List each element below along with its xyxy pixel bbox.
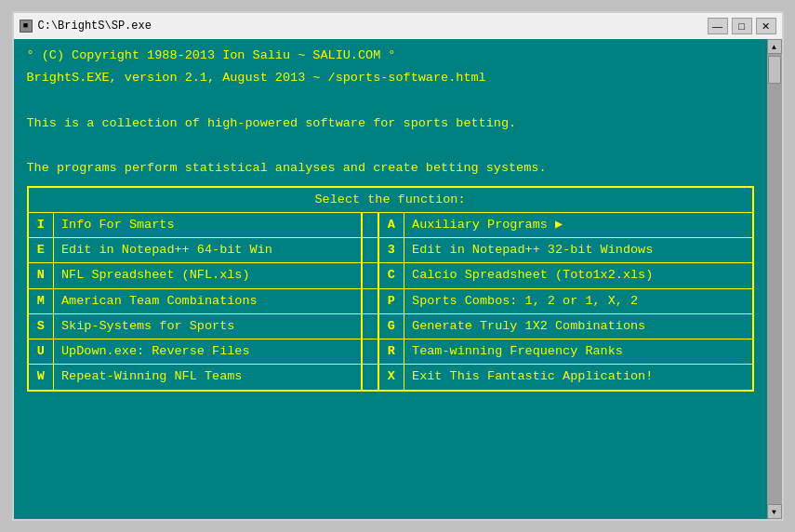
title-bar: ■ C:\BrightS\SP.exe — □ ✕ <box>14 13 782 39</box>
menu-table: Select the function: IInfo For SmartsAAu… <box>27 186 754 392</box>
intro-line4: This is a collection of high-powered sof… <box>27 114 754 133</box>
menu-divider <box>362 339 378 365</box>
menu-header: Select the function: <box>28 187 753 213</box>
menu-key-right[interactable]: X <box>378 365 404 391</box>
menu-row[interactable]: SSkip-Systems for SportsGGenerate Truly … <box>28 313 753 339</box>
menu-row[interactable]: WRepeat-Winning NFL TeamsXExit This Fant… <box>28 365 753 391</box>
menu-key-right[interactable]: P <box>378 288 404 313</box>
menu-divider <box>362 365 378 391</box>
intro-line2: BrightS.EXE, version 2.1, August 2013 ~ … <box>27 69 754 87</box>
title-bar-left: ■ C:\BrightS\SP.exe <box>20 20 152 33</box>
menu-divider <box>362 263 378 288</box>
menu-label-left[interactable]: Repeat-Winning NFL Teams <box>54 365 362 391</box>
menu-key-right[interactable]: A <box>378 212 404 237</box>
menu-key-left[interactable]: W <box>28 365 54 391</box>
menu-label-right[interactable]: Calcio Spreadsheet (Toto1x2.xls) <box>404 263 753 288</box>
minimize-button[interactable]: — <box>708 18 728 34</box>
menu-label-right[interactable]: Team-winning Frequency Ranks <box>404 339 753 365</box>
scrollbar: ▲ ▼ <box>767 39 782 519</box>
menu-label-left[interactable]: Skip-Systems for Sports <box>54 313 362 339</box>
scroll-thumb[interactable] <box>768 56 781 84</box>
scroll-track <box>767 54 782 504</box>
maximize-button[interactable]: □ <box>732 18 752 34</box>
menu-row[interactable]: MAmerican Team CombinationsPSports Combo… <box>28 288 753 313</box>
menu-label-left[interactable]: UpDown.exe: Reverse Files <box>54 339 362 365</box>
menu-key-left[interactable]: U <box>28 339 54 365</box>
menu-label-left[interactable]: Edit in Notepad++ 64-bit Win <box>54 238 362 263</box>
menu-label-right[interactable]: Exit This Fantastic Application! <box>404 365 753 391</box>
menu-key-left[interactable]: E <box>28 238 54 263</box>
menu-label-right[interactable]: Sports Combos: 1, 2 or 1, X, 2 <box>404 288 753 313</box>
menu-divider <box>362 212 378 237</box>
title-bar-buttons: — □ ✕ <box>708 18 776 34</box>
scroll-up-button[interactable]: ▲ <box>767 39 782 54</box>
intro-line6: The programs perform statistical analyse… <box>27 159 754 178</box>
menu-label-right[interactable]: Auxiliary Programs ▶ <box>404 212 753 237</box>
menu-key-right[interactable]: G <box>378 313 404 339</box>
intro-line1: ° (C) Copyright 1988-2013 Ion Saliu ~ SA… <box>27 47 754 65</box>
content-area: ° (C) Copyright 1988-2013 Ion Saliu ~ SA… <box>14 39 782 519</box>
menu-key-right[interactable]: R <box>378 339 404 365</box>
menu-key-left[interactable]: S <box>28 313 54 339</box>
close-button[interactable]: ✕ <box>756 18 776 34</box>
menu-key-left[interactable]: N <box>28 263 54 288</box>
menu-row[interactable]: UUpDown.exe: Reverse FilesRTeam-winning … <box>28 339 753 365</box>
main-window: ■ C:\BrightS\SP.exe — □ ✕ ° (C) Copyrigh… <box>12 11 784 521</box>
menu-label-right[interactable]: Edit in Notepad++ 32-bit Windows <box>404 238 753 263</box>
menu-label-left[interactable]: Info For Smarts <box>54 212 362 237</box>
menu-label-left[interactable]: American Team Combinations <box>54 288 362 313</box>
terminal: ° (C) Copyright 1988-2013 Ion Saliu ~ SA… <box>14 39 767 519</box>
menu-row[interactable]: EEdit in Notepad++ 64-bit Win3Edit in No… <box>28 238 753 263</box>
menu-key-left[interactable]: M <box>28 288 54 313</box>
intro-line5 <box>27 137 754 155</box>
menu-divider <box>362 288 378 313</box>
menu-divider <box>362 238 378 263</box>
menu-row[interactable]: IInfo For SmartsAAuxiliary Programs ▶ <box>28 212 753 237</box>
window-title: C:\BrightS\SP.exe <box>38 20 152 33</box>
menu-divider <box>362 313 378 339</box>
intro-line3 <box>27 92 754 111</box>
menu-label-left[interactable]: NFL Spreadsheet (NFL.xls) <box>54 263 362 288</box>
menu-key-left[interactable]: I <box>28 212 54 237</box>
menu-label-right[interactable]: Generate Truly 1X2 Combinations <box>404 313 753 339</box>
menu-key-right[interactable]: C <box>378 263 404 288</box>
window-icon: ■ <box>20 20 33 33</box>
menu-key-right[interactable]: 3 <box>378 238 404 263</box>
menu-row[interactable]: NNFL Spreadsheet (NFL.xls)CCalcio Spread… <box>28 263 753 288</box>
scroll-down-button[interactable]: ▼ <box>767 504 782 519</box>
